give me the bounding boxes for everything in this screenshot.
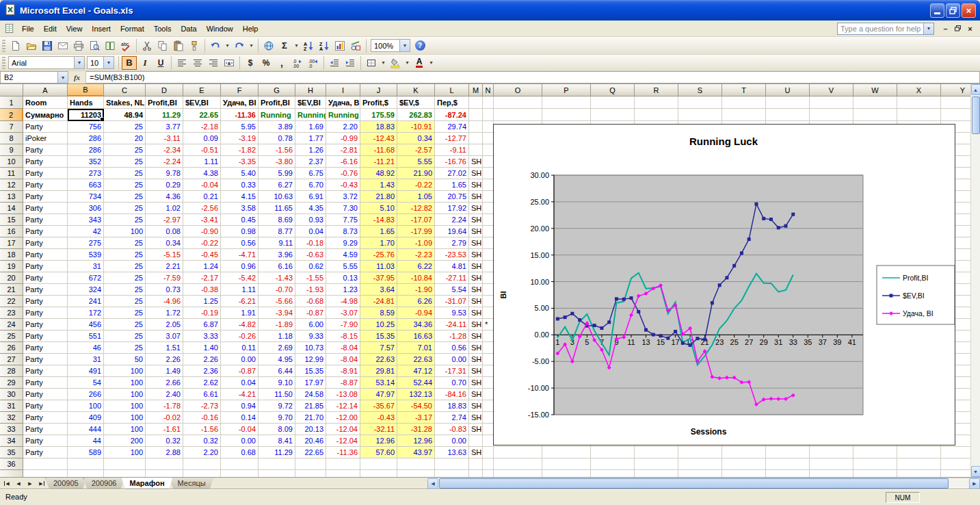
cell-M20[interactable]: SH xyxy=(469,272,483,284)
cell-E16[interactable]: -0.90 xyxy=(183,226,221,237)
cell-J32[interactable]: -0.43 xyxy=(360,412,397,424)
cell-H31[interactable]: 21.85 xyxy=(295,400,326,412)
cell-M19[interactable]: SH xyxy=(469,261,483,272)
cell-N12[interactable] xyxy=(483,179,494,191)
cell-K24[interactable]: 34.36 xyxy=(397,319,435,331)
cell-V36[interactable] xyxy=(810,458,853,470)
cell-B31[interactable]: 100 xyxy=(68,400,104,412)
cell-N23[interactable] xyxy=(483,307,494,319)
cell-M28[interactable]: SH xyxy=(469,365,483,377)
cell-L24[interactable]: -24.11 xyxy=(435,319,469,331)
cell-D12[interactable]: 0.29 xyxy=(146,179,183,191)
cell-F13[interactable]: 4.15 xyxy=(221,191,259,203)
cell-M16[interactable]: SH xyxy=(469,226,483,237)
cell-O35[interactable] xyxy=(494,447,542,458)
cell-X1[interactable] xyxy=(897,96,941,109)
cell-D23[interactable]: 1.72 xyxy=(146,307,183,319)
cell-D25[interactable]: 3.07 xyxy=(146,331,183,342)
cell-A13[interactable]: Party xyxy=(23,191,68,203)
undo-button[interactable] xyxy=(208,39,223,53)
cell-E27[interactable]: 2.26 xyxy=(183,354,221,365)
cell-T35[interactable] xyxy=(722,447,766,458)
cell-M15[interactable]: SH xyxy=(469,214,483,226)
cell-M32[interactable]: SH xyxy=(469,412,483,424)
cell-I28[interactable]: -8.91 xyxy=(326,365,360,377)
cell-D26[interactable]: 1.51 xyxy=(146,342,183,354)
horizontal-scroll-thumb[interactable] xyxy=(439,478,949,489)
cell-F35[interactable]: 0.68 xyxy=(221,447,259,458)
cell-H20[interactable]: -1.55 xyxy=(295,272,326,284)
column-header-E[interactable]: E xyxy=(183,84,221,96)
cell-N21[interactable] xyxy=(483,284,494,296)
cell-E24[interactable]: 6.87 xyxy=(183,319,221,331)
row-header-24[interactable]: 24 xyxy=(0,319,23,331)
cell-P37[interactable] xyxy=(542,470,591,477)
cell-G34[interactable]: 8.41 xyxy=(259,435,295,447)
column-header-W[interactable]: W xyxy=(853,84,897,96)
cell-N9[interactable] xyxy=(483,144,494,156)
row-header-32[interactable]: 32 xyxy=(0,412,23,424)
cell-F25[interactable]: -0.26 xyxy=(221,331,259,342)
cell-L30[interactable]: -84.16 xyxy=(435,389,469,400)
cell-N20[interactable] xyxy=(483,272,494,284)
cell-R1[interactable] xyxy=(635,96,678,109)
cell-J1[interactable]: Profit,$ xyxy=(360,96,397,109)
cell-B30[interactable]: 266 xyxy=(68,389,104,400)
cell-K33[interactable]: -31.28 xyxy=(397,424,435,435)
cell-F21[interactable]: 1.11 xyxy=(221,284,259,296)
cell-B17[interactable]: 275 xyxy=(68,237,104,249)
column-header-F[interactable]: F xyxy=(221,84,259,96)
cell-L13[interactable]: 20.75 xyxy=(435,191,469,203)
row-header-16[interactable]: 16 xyxy=(0,226,23,237)
cell-D17[interactable]: 0.34 xyxy=(146,237,183,249)
cell-C25[interactable]: 25 xyxy=(104,331,146,342)
cell-K12[interactable]: -0.22 xyxy=(397,179,435,191)
column-header-N[interactable]: N xyxy=(483,84,494,96)
cell-D15[interactable]: -2.97 xyxy=(146,214,183,226)
cell-D30[interactable]: 2.40 xyxy=(146,389,183,400)
cell-A33[interactable]: Party xyxy=(23,424,68,435)
cell-D29[interactable]: 2.66 xyxy=(146,377,183,389)
percent-button[interactable]: % xyxy=(259,56,274,70)
cell-L2[interactable]: -87.24 xyxy=(435,109,469,121)
cell-W37[interactable] xyxy=(853,470,897,477)
cell-M27[interactable]: SH xyxy=(469,354,483,365)
cell-D22[interactable]: -4.96 xyxy=(146,296,183,307)
cell-F34[interactable]: 0.00 xyxy=(221,435,259,447)
cell-V1[interactable] xyxy=(810,96,853,109)
cell-C37[interactable] xyxy=(104,470,146,477)
cell-J17[interactable]: 1.70 xyxy=(360,237,397,249)
cell-N28[interactable] xyxy=(483,365,494,377)
cell-G31[interactable]: 9.72 xyxy=(259,400,295,412)
cell-C22[interactable]: 25 xyxy=(104,296,146,307)
cell-A34[interactable]: Party xyxy=(23,435,68,447)
cell-B25[interactable]: 551 xyxy=(68,331,104,342)
cell-C16[interactable]: 100 xyxy=(104,226,146,237)
chevron-down-icon[interactable]: ▾ xyxy=(923,23,933,34)
cell-M25[interactable]: SH xyxy=(469,331,483,342)
cell-F12[interactable]: 0.33 xyxy=(221,179,259,191)
close-button[interactable]: × xyxy=(962,3,976,18)
cell-H27[interactable]: 12.99 xyxy=(295,354,326,365)
cell-D10[interactable]: -2.24 xyxy=(146,156,183,168)
cell-O2[interactable] xyxy=(494,109,542,121)
cell-I21[interactable]: 1.23 xyxy=(326,284,360,296)
cell-M14[interactable]: SH xyxy=(469,203,483,214)
workbook-icon[interactable] xyxy=(4,23,14,34)
cell-U37[interactable] xyxy=(766,470,810,477)
cell-B13[interactable]: 734 xyxy=(68,191,104,203)
toolbar-grip[interactable] xyxy=(2,40,5,52)
cell-C9[interactable]: 25 xyxy=(104,144,146,156)
cell-L1[interactable]: Пер,$ xyxy=(435,96,469,109)
cell-G35[interactable]: 11.29 xyxy=(259,447,295,458)
scroll-up-icon[interactable]: ▲ xyxy=(971,84,980,95)
align-center-button[interactable] xyxy=(190,56,205,70)
cell-L18[interactable]: -23.53 xyxy=(435,249,469,261)
cell-K13[interactable]: 1.05 xyxy=(397,191,435,203)
cell-F30[interactable]: -4.21 xyxy=(221,389,259,400)
row-header-19[interactable]: 19 xyxy=(0,261,23,272)
cell-O36[interactable] xyxy=(494,458,542,470)
cell-J19[interactable]: 11.03 xyxy=(360,261,397,272)
cell-A36[interactable] xyxy=(23,458,68,470)
bold-button[interactable]: B xyxy=(122,56,137,70)
